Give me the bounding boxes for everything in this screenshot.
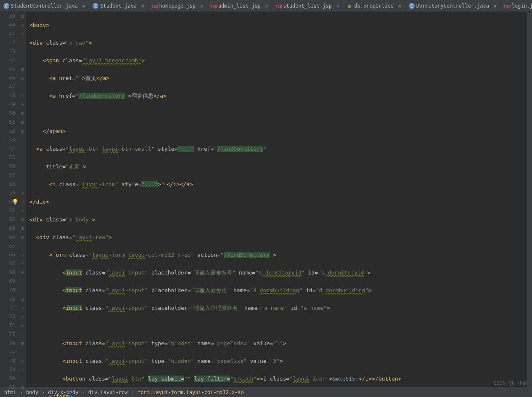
close-icon[interactable]: × [141,3,144,9]
properties-icon: ▦ [347,3,352,9]
code-area[interactable]: <<body>body> <div class="x-nav"> <span c… [26,12,527,387]
tab-student-list[interactable]: jspstudent_list.jsp× [272,0,343,12]
editor-tabs: CStudentController.java× CStudent.java× … [0,0,532,12]
jsp-icon: jsp [504,3,510,9]
editor: 💡 39404142434445464748495051525354555657… [0,12,532,387]
java-icon: C [93,3,98,9]
tab-student-controller[interactable]: CStudentController.java× [0,0,89,12]
close-icon[interactable]: × [200,3,203,9]
tab-homepage[interactable]: jsphomepage.jsp× [148,0,207,12]
close-icon[interactable]: × [398,3,401,9]
close-icon[interactable]: × [265,3,268,9]
java-icon: C [3,3,9,9]
tab-admin-list[interactable]: jspadmin_list.jsp× [207,0,273,12]
jsp-icon: jsp [275,3,281,9]
minimap-scrollbar[interactable] [527,12,532,387]
tab-db-props[interactable]: ▦db.properties× [343,0,405,12]
close-icon[interactable]: × [493,3,497,9]
jsp-icon: jsp [152,3,158,9]
fold-column: ⊟⊟⊟⊟⊟⊟⊟⊟⊟⊟⊟⊟⊟⊟⊟⊟⊟⊟⊟⊟⊟⊟⊟⊟⊟⊟⊟ [20,12,26,387]
close-icon[interactable]: × [336,3,339,9]
watermark: CSDN @h_小波 [493,380,528,387]
tab-dormitory-controller[interactable]: CDormitoryController.java× [405,0,501,12]
tab-student[interactable]: CStudent.java× [89,0,148,12]
jsp-icon: jsp [211,3,217,9]
java-icon: C [409,3,415,9]
tab-login[interactable]: jsplogin.jsp× [500,0,532,12]
line-gutter: 💡 39404142434445464748495051525354555657… [0,12,20,387]
intention-bulb-icon[interactable]: 💡 [12,197,19,206]
close-icon[interactable]: × [82,3,85,9]
